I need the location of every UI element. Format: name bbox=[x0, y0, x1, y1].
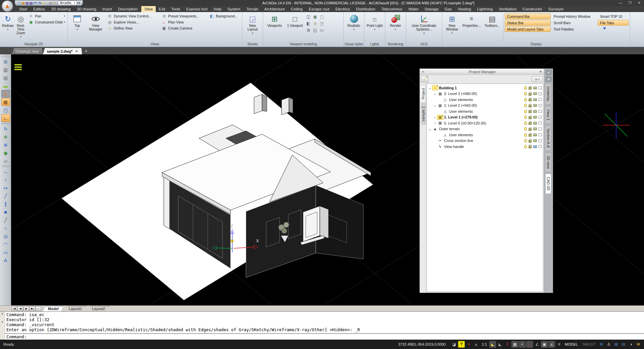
viewport-option[interactable]: ◳ bbox=[319, 20, 325, 27]
toolbar-button[interactable]: ↦ bbox=[1, 184, 10, 192]
toolbar-button[interactable]: ▭ bbox=[1, 248, 10, 256]
viewports-button[interactable]: ⊞ Viewports bbox=[264, 13, 285, 42]
display-toggle-button[interactable]: Status Bar bbox=[505, 20, 550, 26]
file-tab-sample2[interactable]: sample 2.dwg* ✕ bbox=[43, 48, 82, 54]
toolbar-button[interactable]: ╱ bbox=[1, 192, 10, 200]
lock-icon[interactable] bbox=[529, 128, 532, 131]
tree-filter-button[interactable]: ≡▾ bbox=[532, 76, 543, 82]
menu-item[interactable]: Escape rout bbox=[306, 6, 332, 12]
visibility-bulb-icon[interactable] bbox=[524, 145, 527, 148]
qat-button[interactable]: □ bbox=[55, 1, 57, 5]
qat-button[interactable]: ▣ bbox=[21, 1, 24, 5]
new-layout-button[interactable]: ◲ New Layout▾ bbox=[244, 13, 261, 42]
qat-customize-icon[interactable]: ≡▾ bbox=[77, 1, 80, 4]
close-view-button[interactable]: ✕ bbox=[546, 77, 552, 82]
printer-icon[interactable] bbox=[533, 145, 537, 148]
qat-button[interactable]: ☼ bbox=[45, 1, 48, 5]
layout-nav-button[interactable]: ▶ bbox=[23, 306, 29, 311]
close-command-icon[interactable]: ✕ bbox=[1, 312, 3, 315]
qat-button[interactable]: Ω bbox=[52, 1, 54, 5]
tree-row[interactable]: ◬ User elements bbox=[427, 108, 543, 114]
visibility-bulb-icon[interactable] bbox=[524, 139, 527, 142]
viewport-option[interactable]: ◎ bbox=[312, 20, 318, 27]
command-input[interactable]: Command: bbox=[5, 333, 644, 340]
display-toggle-button[interactable]: Command Bar bbox=[505, 13, 550, 19]
lock-icon[interactable] bbox=[529, 122, 532, 125]
viewport-option[interactable]: ▭ bbox=[319, 27, 325, 33]
qat-button[interactable]: ▩ bbox=[29, 1, 32, 5]
menu-item[interactable]: Description: bbox=[115, 6, 142, 12]
workspace-select[interactable]: Arcadia▾ bbox=[58, 1, 77, 5]
toolbar-button[interactable] bbox=[1, 122, 10, 124]
toolbar-button[interactable]: ◉ bbox=[1, 149, 10, 157]
visibility-bulb-icon[interactable] bbox=[524, 133, 527, 137]
history-toggle-icon[interactable]: ▾ bbox=[1, 320, 3, 323]
toolbar-button[interactable]: ↕ bbox=[1, 176, 10, 184]
visibility-bulb-icon[interactable] bbox=[524, 115, 527, 119]
viewport-option[interactable]: ◫ bbox=[305, 14, 311, 20]
selection-checkbox[interactable] bbox=[539, 86, 542, 89]
menu-item[interactable]: 2D drawing bbox=[48, 6, 73, 12]
real-time-zoom-button[interactable]: ◎ Real-Time Zoom▾ bbox=[15, 13, 27, 42]
tree-expander[interactable]: ⌄ bbox=[433, 92, 437, 96]
selection-checkbox[interactable] bbox=[539, 139, 542, 142]
preset-viewpoints-button[interactable]: ⊙ Preset Viewpoints... bbox=[160, 13, 207, 19]
selection-checkbox[interactable] bbox=[539, 110, 542, 113]
new-tab-button[interactable]: + bbox=[85, 48, 88, 54]
qat-button[interactable]: ↷ ▾ bbox=[38, 1, 41, 5]
layout-nav-button[interactable]: ◀ bbox=[17, 306, 23, 311]
canvas-menu-icon[interactable] bbox=[14, 63, 22, 71]
menu-item[interactable]: Exit bbox=[156, 6, 168, 12]
menu-item[interactable]: View bbox=[141, 6, 156, 12]
menu-item[interactable]: Water bbox=[405, 6, 422, 12]
menu-item[interactable]: Tools bbox=[168, 6, 183, 12]
one-viewport-button[interactable]: □ 1 Viewport bbox=[285, 13, 305, 42]
display-toggle-button[interactable]: Scroll Bars bbox=[551, 20, 597, 26]
display-toggle-button[interactable]: Prompt History Window bbox=[551, 13, 597, 19]
toolbar-button[interactable] bbox=[1, 165, 10, 167]
selection-checkbox[interactable] bbox=[539, 121, 542, 124]
toolbar-button[interactable] bbox=[1, 55, 10, 57]
viewport-option[interactable]: ▣ bbox=[312, 14, 318, 20]
visibility-bulb-icon[interactable] bbox=[524, 121, 527, 125]
printer-icon[interactable] bbox=[533, 87, 537, 89]
toolbar-button[interactable]: ◎ bbox=[1, 232, 10, 240]
tree-expander[interactable]: › bbox=[433, 115, 437, 119]
tablet-toggle[interactable]: TABLET bbox=[582, 342, 596, 346]
model-space-toggle[interactable]: MODEL bbox=[565, 342, 578, 346]
explore-views-button[interactable]: ◎ Explore Views... bbox=[106, 19, 160, 25]
minimize-button[interactable]: — bbox=[616, 0, 625, 6]
menu-item[interactable]: Electrics bbox=[332, 6, 353, 12]
tab-sample-2[interactable]: sample 2 bbox=[421, 103, 426, 124]
printer-icon[interactable] bbox=[533, 139, 537, 142]
layout-nav-button[interactable]: ▶| bbox=[30, 306, 35, 311]
qat-button[interactable]: ● bbox=[42, 1, 44, 5]
toolbar-button[interactable]: ↻ bbox=[1, 125, 10, 133]
view-tab[interactable]: CAD 3D bbox=[546, 173, 551, 194]
menu-item[interactable]: Architecture bbox=[261, 6, 288, 12]
new-window-button[interactable]: ⊞ New Window▾ bbox=[444, 13, 460, 42]
viewport-option[interactable]: ⊞ bbox=[305, 27, 311, 33]
point-light-button[interactable]: ☼ Point Light▾ bbox=[366, 13, 384, 42]
selection-checkbox[interactable] bbox=[539, 98, 542, 101]
qat-button[interactable]: ▩ bbox=[49, 1, 51, 5]
view-manager-button[interactable]: View Manager bbox=[86, 13, 105, 42]
drawing-canvas[interactable]: Z X ⇤ Project Manager ✕ ⌂+ ≡▾ Project bbox=[11, 54, 644, 305]
selection-checkbox[interactable] bbox=[539, 116, 542, 119]
lock-icon[interactable] bbox=[529, 105, 532, 107]
scale-indicator[interactable]: 1:1 bbox=[482, 342, 487, 346]
menu-item[interactable]: 3D drawing bbox=[74, 6, 99, 12]
printer-icon[interactable] bbox=[533, 122, 537, 124]
autohide-pin-icon[interactable]: ⇤ bbox=[420, 70, 427, 73]
visibility-bulb-icon[interactable] bbox=[524, 127, 527, 131]
render-button[interactable]: Render▾ bbox=[387, 13, 404, 42]
tree-row[interactable]: ✂ Cross section line bbox=[427, 138, 543, 144]
palette-close-icon[interactable]: ✕ bbox=[537, 70, 544, 73]
menu-item[interactable]: Ceiling bbox=[288, 6, 306, 12]
toolbar-button[interactable]: ○ bbox=[1, 224, 10, 232]
printer-icon[interactable] bbox=[533, 92, 537, 95]
background-button[interactable]: ◧ Background... bbox=[208, 13, 241, 19]
constrained-orbit-button[interactable]: ◉ Constrained Orbit▾ bbox=[27, 19, 66, 25]
toolbar-button[interactable]: ⊕ bbox=[1, 141, 10, 149]
tree-row[interactable]: ◬ User elements bbox=[427, 97, 543, 103]
